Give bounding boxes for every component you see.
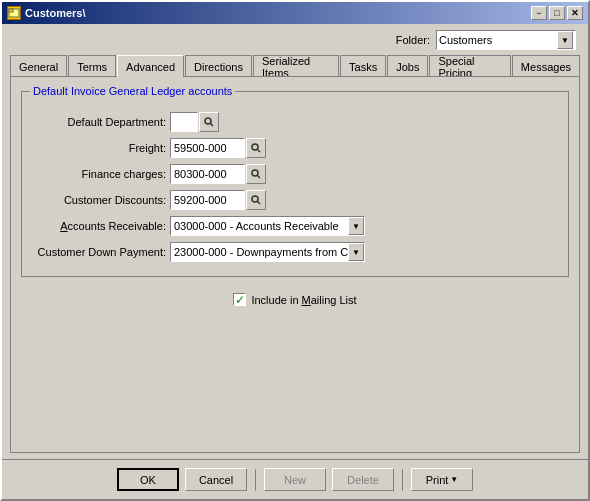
tab-messages[interactable]: Messages xyxy=(512,55,580,77)
window-content: Folder: Customers ▼ General Terms Advanc… xyxy=(2,24,588,459)
tab-bar: General Terms Advanced Directions Serial… xyxy=(10,54,580,76)
customer-discounts-lookup-btn[interactable] xyxy=(246,190,266,210)
print-button[interactable]: Print ▼ xyxy=(411,468,473,491)
freight-label: Freight: xyxy=(36,142,166,154)
search-icon xyxy=(250,168,262,180)
search-icon xyxy=(250,142,262,154)
finance-charges-input[interactable] xyxy=(170,164,245,184)
accounts-receivable-value: 03000-000 - Accounts Receivable xyxy=(171,220,348,232)
new-button[interactable]: New xyxy=(264,468,326,491)
mailing-list-label: Include in Mailing List xyxy=(251,294,356,306)
title-bar: Customers\ − □ ✕ xyxy=(2,2,588,24)
button-separator xyxy=(255,469,256,491)
customer-down-payment-dropdown[interactable]: 23000-000 - Downpayments from Customers … xyxy=(170,242,365,262)
customer-discounts-input-group xyxy=(170,190,266,210)
mailing-list-row: ✓ Include in Mailing List xyxy=(21,293,569,306)
folder-dropdown-text: Customers xyxy=(439,34,557,46)
freight-lookup-btn[interactable] xyxy=(246,138,266,158)
main-window: Customers\ − □ ✕ Folder: Customers ▼ Gen… xyxy=(0,0,590,501)
default-department-lookup-btn[interactable] xyxy=(199,112,219,132)
tab-panel-advanced: Default Invoice General Ledger accounts … xyxy=(10,76,580,453)
folder-row: Folder: Customers ▼ xyxy=(10,30,580,50)
svg-line-3 xyxy=(211,124,214,127)
tab-jobs[interactable]: Jobs xyxy=(387,55,428,77)
svg-point-4 xyxy=(252,144,258,150)
default-department-input-group xyxy=(170,112,219,132)
svg-point-2 xyxy=(205,118,211,124)
mailing-underline: M xyxy=(302,294,311,306)
title-buttons: − □ ✕ xyxy=(531,6,583,20)
svg-point-6 xyxy=(252,170,258,176)
svg-line-7 xyxy=(258,176,261,179)
tab-special-pricing[interactable]: Special Pricing xyxy=(429,55,510,77)
svg-line-5 xyxy=(258,150,261,153)
tab-serialized-items[interactable]: Serialized Items xyxy=(253,55,339,77)
finance-charges-row: Finance charges: xyxy=(36,164,554,184)
svg-rect-1 xyxy=(9,9,13,12)
cancel-button[interactable]: Cancel xyxy=(185,468,247,491)
accounts-receivable-arrow[interactable]: ▼ xyxy=(348,217,364,235)
search-icon xyxy=(203,116,215,128)
button-separator-2 xyxy=(402,469,403,491)
folder-dropdown-arrow[interactable]: ▼ xyxy=(557,31,573,49)
accounts-receivable-row: AAccounts Receivable:ccounts Receivable:… xyxy=(36,216,554,236)
checkmark-icon: ✓ xyxy=(235,294,245,306)
customer-discounts-label: Customer Discounts: xyxy=(36,194,166,206)
customer-down-payment-label: Customer Down Payment: xyxy=(36,246,166,258)
tabs-container: General Terms Advanced Directions Serial… xyxy=(10,54,580,453)
ok-button[interactable]: OK xyxy=(117,468,179,491)
freight-input-group xyxy=(170,138,266,158)
print-arrow-icon: ▼ xyxy=(450,475,458,484)
maximize-button[interactable]: □ xyxy=(549,6,565,20)
customer-discounts-input[interactable] xyxy=(170,190,245,210)
tab-directions[interactable]: Directions xyxy=(185,55,252,77)
customer-down-payment-arrow[interactable]: ▼ xyxy=(348,243,364,261)
freight-input[interactable] xyxy=(170,138,245,158)
title-bar-left: Customers\ xyxy=(7,6,86,20)
tab-advanced[interactable]: Advanced xyxy=(117,55,184,77)
gl-accounts-group: Default Invoice General Ledger accounts … xyxy=(21,91,569,277)
default-department-row: Default Department: xyxy=(36,112,554,132)
bottom-bar: OK Cancel New Delete Print ▼ xyxy=(2,459,588,499)
svg-point-8 xyxy=(252,196,258,202)
mailing-list-checkbox[interactable]: ✓ xyxy=(233,293,246,306)
finance-charges-label: Finance charges: xyxy=(36,168,166,180)
accounts-receivable-label: AAccounts Receivable:ccounts Receivable: xyxy=(36,220,166,232)
customer-down-payment-row: Customer Down Payment: 23000-000 - Downp… xyxy=(36,242,554,262)
delete-button[interactable]: Delete xyxy=(332,468,394,491)
group-box-title: Default Invoice General Ledger accounts xyxy=(30,85,235,97)
finance-charges-input-group xyxy=(170,164,266,184)
customer-down-payment-value: 23000-000 - Downpayments from Customers xyxy=(171,246,348,258)
minimize-button[interactable]: − xyxy=(531,6,547,20)
customer-discounts-row: Customer Discounts: xyxy=(36,190,554,210)
tab-tasks[interactable]: Tasks xyxy=(340,55,386,77)
print-label: Print xyxy=(426,474,449,486)
window-title: Customers\ xyxy=(25,7,86,19)
svg-line-9 xyxy=(258,202,261,205)
freight-row: Freight: xyxy=(36,138,554,158)
default-department-label: Default Department: xyxy=(36,116,166,128)
folder-label: Folder: xyxy=(396,34,430,46)
form-grid: Default Department: xyxy=(36,112,554,262)
close-button[interactable]: ✕ xyxy=(567,6,583,20)
finance-charges-lookup-btn[interactable] xyxy=(246,164,266,184)
tab-general[interactable]: General xyxy=(10,55,67,77)
search-icon xyxy=(250,194,262,206)
accounts-receivable-dropdown[interactable]: 03000-000 - Accounts Receivable ▼ xyxy=(170,216,365,236)
app-icon xyxy=(7,6,21,20)
folder-dropdown[interactable]: Customers ▼ xyxy=(436,30,576,50)
tab-terms[interactable]: Terms xyxy=(68,55,116,77)
default-department-input[interactable] xyxy=(170,112,198,132)
